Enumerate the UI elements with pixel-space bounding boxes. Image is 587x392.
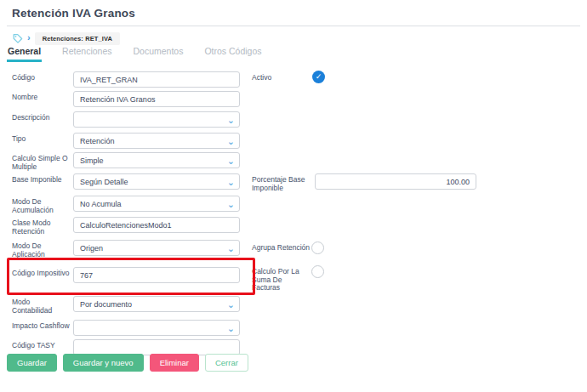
chevron-down-icon: ⌄ (227, 242, 235, 254)
field-row-descripcion: Descripción ⌄ (0, 111, 587, 128)
nombre-input[interactable] (73, 91, 240, 107)
impacto-cashflow-label: Impacto Cashflow (12, 322, 70, 331)
porcentaje-base-label: Porcentaje Base Imponible (252, 176, 311, 192)
cerrar-button[interactable]: Cerrar (205, 354, 248, 372)
chevron-down-icon: ⌄ (227, 298, 235, 310)
breadcrumb: › Retenciones: RET_IVA (12, 31, 120, 45)
breadcrumb-chevron-icon: › (27, 33, 31, 43)
tab-bar: General Retenciones Documentos Otros Cód… (7, 46, 263, 62)
field-row-clase-modo: Clase Modo Retención (0, 217, 587, 233)
field-row-modo-contabilidad: Modo Contabilidad Por documento ⌄ (0, 296, 587, 312)
descripcion-select[interactable]: ⌄ (73, 111, 240, 128)
guardar-button[interactable]: Guardar (7, 354, 57, 372)
calculo-simple-select[interactable]: Simple ⌄ (73, 152, 240, 168)
impacto-cashflow-select[interactable]: ⌄ (73, 320, 240, 336)
codigo-tasy-label: Código TASY (12, 342, 70, 350)
codigo-impositivo-input[interactable] (73, 267, 240, 283)
tag-icon[interactable] (12, 33, 23, 44)
eliminar-button[interactable]: Eliminar (150, 354, 199, 372)
clase-modo-input[interactable] (73, 217, 240, 233)
chevron-down-icon: ⌄ (227, 176, 235, 188)
action-button-row: Guardar Guardar y nuevo Eliminar Cerrar (7, 354, 248, 372)
title-divider (7, 26, 580, 26)
page-title: Retención IVA Granos (12, 7, 135, 20)
tab-general[interactable]: General (7, 46, 42, 62)
tab-otros-codigos[interactable]: Otros Códigos (203, 46, 262, 62)
tipo-select[interactable]: Retención ⌄ (73, 133, 240, 149)
calculo-suma-label: Calculo Por La Suma De Facturas (252, 268, 305, 293)
nombre-label: Nombre (12, 94, 70, 102)
breadcrumb-chip[interactable]: Retenciones: RET_IVA (35, 32, 120, 45)
guardar-y-nuevo-button[interactable]: Guardar y nuevo (63, 354, 144, 372)
select-value: Simple (80, 156, 104, 165)
field-row-nombre: Nombre (0, 91, 587, 107)
activo-checkbox[interactable]: ✓ (312, 71, 325, 83)
select-value: Retención (80, 137, 115, 145)
modo-acumulacion-label: Modo De Acumulación (12, 198, 70, 214)
select-value: No Acumula (80, 200, 122, 208)
agrupa-retencion-radio[interactable] (311, 241, 324, 254)
select-value: Origen (80, 244, 103, 253)
tipo-label: Tipo (12, 135, 70, 144)
clase-modo-label: Clase Modo Retención (12, 219, 70, 236)
check-icon: ✓ (316, 72, 322, 81)
chevron-down-icon: ⌄ (227, 155, 235, 167)
retencion-form-page: Retención IVA Granos › Retenciones: RET_… (0, 0, 587, 392)
activo-label: Activo (252, 74, 311, 82)
descripcion-label: Descripción (12, 114, 70, 122)
tab-retenciones[interactable]: Retenciones (61, 46, 112, 62)
calculo-suma-radio[interactable] (311, 265, 324, 278)
base-imponible-label: Base Imponible (12, 176, 70, 185)
field-row-tipo: Tipo Retención ⌄ (0, 133, 587, 149)
select-value: Por documento (80, 300, 132, 309)
select-value: Según Detalle (80, 178, 128, 186)
modo-contabilidad-select[interactable]: Por documento ⌄ (73, 296, 240, 312)
chevron-down-icon: ⌄ (227, 322, 235, 334)
field-row-impacto-cashflow: Impacto Cashflow ⌄ (0, 320, 587, 336)
modo-aplicacion-select[interactable]: Origen ⌄ (73, 240, 240, 256)
tab-documentos[interactable]: Documentos (132, 46, 184, 62)
modo-contabilidad-label: Modo Contabilidad (12, 298, 70, 315)
field-row-calculo-simple: Calculo Simple O Multiple Simple ⌄ (0, 152, 587, 168)
modo-aplicacion-label: Modo De Aplicación (12, 242, 70, 258)
chevron-down-icon: ⌄ (227, 135, 235, 147)
field-row-modo-acumulacion: Modo De Acumulación No Acumula ⌄ (0, 196, 587, 212)
codigo-impositivo-label: Código Impositivo (12, 270, 70, 278)
chevron-down-icon: ⌄ (227, 198, 235, 210)
agrupa-retencion-label: Agrupa Retención (252, 244, 311, 253)
chevron-down-icon: ⌄ (227, 114, 235, 126)
codigo-label: Código (12, 74, 70, 82)
porcentaje-base-input[interactable] (315, 173, 476, 190)
modo-acumulacion-select[interactable]: No Acumula ⌄ (73, 196, 240, 212)
base-imponible-select[interactable]: Según Detalle ⌄ (73, 173, 240, 190)
calculo-simple-label: Calculo Simple O Multiple (12, 155, 70, 171)
codigo-input[interactable] (73, 71, 240, 88)
